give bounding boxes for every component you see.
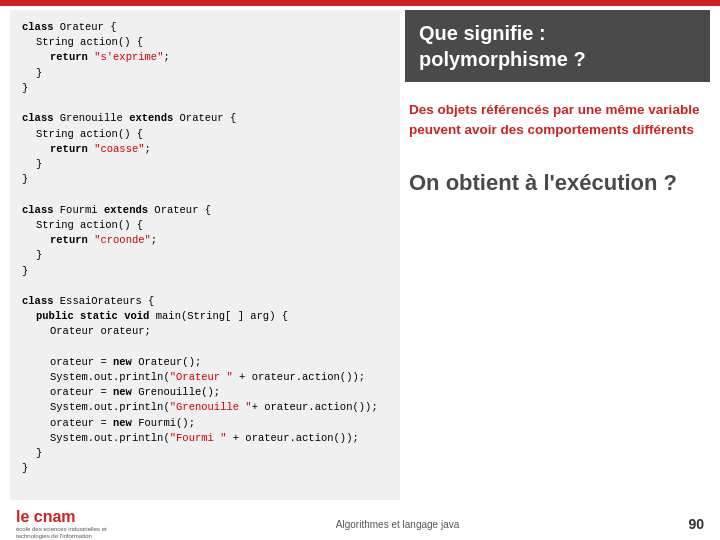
top-bar — [0, 0, 720, 6]
right-panel: Que signifie :polymorphisme ? Des objets… — [405, 10, 710, 500]
slide-title: Que signifie :polymorphisme ? — [405, 10, 710, 82]
code-panel: class Orateur { String action() { return… — [10, 10, 400, 500]
logo-main-text: le cnam — [16, 508, 76, 526]
execution-question: On obtient à l'exécution ? — [405, 169, 710, 198]
page-number: 90 — [688, 516, 704, 532]
bottom-bar: le cnam école des sciences industrielles… — [0, 508, 720, 540]
logo: le cnam école des sciences industrielles… — [16, 508, 107, 540]
description-text: Des objets référencés par une même varia… — [405, 100, 710, 141]
logo-sub-text: école des sciences industrielles ettechn… — [16, 526, 107, 540]
footer-label: Algorithmes et langage java — [107, 519, 689, 530]
slide: class Orateur { String action() { return… — [0, 0, 720, 540]
